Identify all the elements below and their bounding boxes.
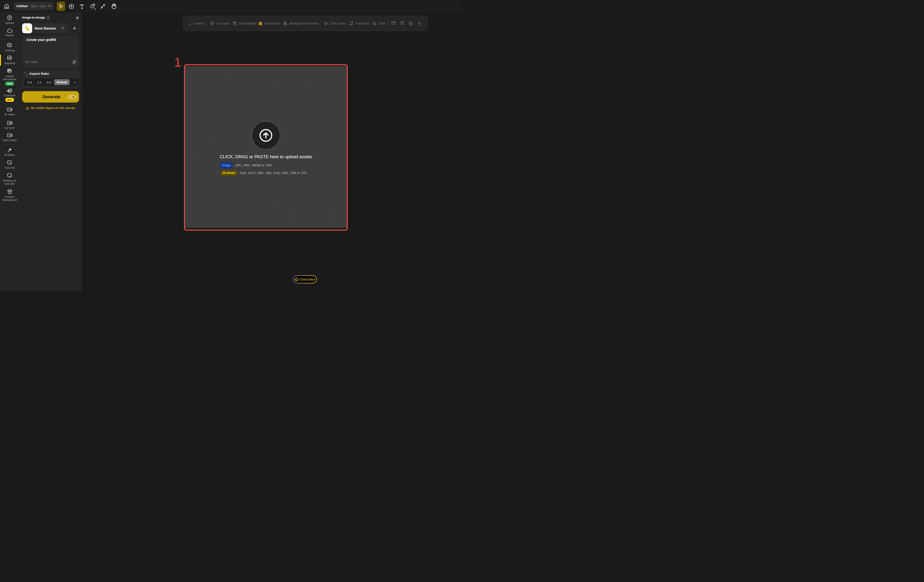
svg-text:D: D [69, 96, 71, 98]
svg-text:3D: 3D [401, 21, 404, 24]
svg-text:SVG: SVG [391, 21, 396, 24]
